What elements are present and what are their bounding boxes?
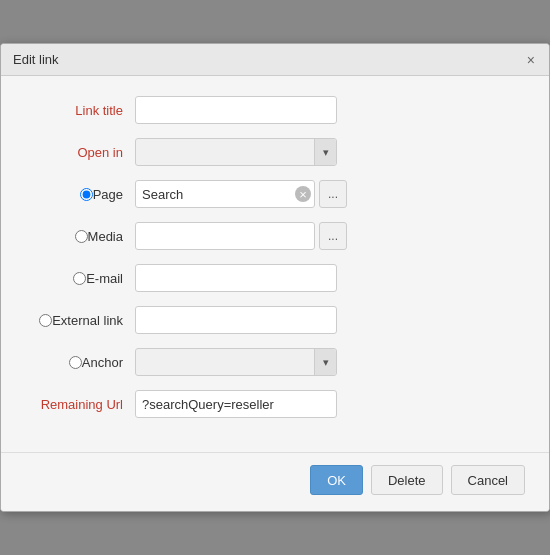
search-clear-button[interactable]: × [295,186,311,202]
media-radio[interactable] [75,230,88,243]
page-radio-wrap: Page [25,187,135,202]
page-row: Page × ... [25,180,525,208]
edit-link-dialog: Edit link × Link title Open in Page [0,43,550,512]
email-radio[interactable] [73,272,86,285]
remaining-url-row: Remaining Url [25,390,525,418]
anchor-row: Anchor [25,348,525,376]
media-radio-wrap: Media [25,229,135,244]
page-search-input[interactable] [135,180,315,208]
open-in-row: Open in [25,138,525,166]
media-input[interactable] [135,222,315,250]
link-title-label: Link title [25,103,135,118]
dialog-titlebar: Edit link × [1,44,549,76]
dialog-title: Edit link [13,52,59,67]
external-link-radio[interactable] [39,314,52,327]
email-row: E-mail [25,264,525,292]
page-label[interactable]: Page [93,187,127,202]
open-in-select[interactable] [136,139,314,165]
link-title-input[interactable] [135,96,337,124]
media-label[interactable]: Media [88,229,127,244]
remaining-url-label: Remaining Url [25,397,135,412]
page-browse-button[interactable]: ... [319,180,347,208]
media-browse-button[interactable]: ... [319,222,347,250]
anchor-radio[interactable] [69,356,82,369]
page-input-wrap: × ... [135,180,347,208]
media-input-wrap: ... [135,222,347,250]
open-in-arrow-button[interactable] [314,139,336,165]
open-in-select-wrap [135,138,337,166]
anchor-label[interactable]: Anchor [82,355,127,370]
cancel-button[interactable]: Cancel [451,465,525,495]
delete-button[interactable]: Delete [371,465,443,495]
email-input[interactable] [135,264,337,292]
close-button[interactable]: × [525,53,537,67]
page-radio[interactable] [80,188,93,201]
media-row: Media ... [25,222,525,250]
search-field-wrap: × [135,180,315,208]
external-link-radio-wrap: External link [25,313,135,328]
open-in-label: Open in [25,145,135,160]
external-link-row: External link [25,306,525,334]
link-title-row: Link title [25,96,525,124]
anchor-select[interactable] [136,349,314,375]
dialog-body: Link title Open in Page × [1,76,549,452]
email-label[interactable]: E-mail [86,271,127,286]
external-link-label[interactable]: External link [52,313,127,328]
anchor-arrow-button[interactable] [314,349,336,375]
anchor-select-wrap [135,348,337,376]
dialog-footer: OK Delete Cancel [1,452,549,511]
remaining-url-input[interactable] [135,390,337,418]
anchor-radio-wrap: Anchor [25,355,135,370]
ok-button[interactable]: OK [310,465,363,495]
email-radio-wrap: E-mail [25,271,135,286]
external-link-input[interactable] [135,306,337,334]
